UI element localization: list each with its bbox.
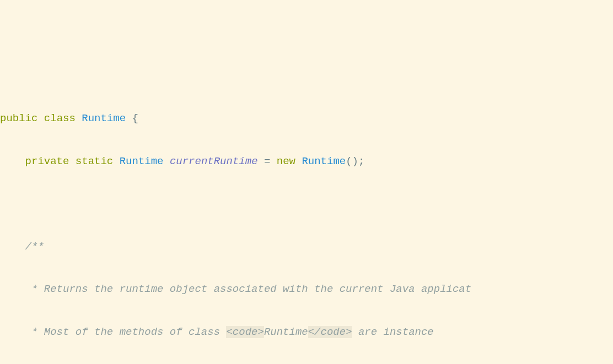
javadoc-open: /** bbox=[25, 241, 44, 253]
code-line: * Returns the runtime object associated … bbox=[0, 279, 613, 300]
javadoc-code-tag: <code> bbox=[226, 326, 264, 338]
keyword-static: static bbox=[76, 155, 113, 167]
code-editor[interactable]: public class Runtime { private static Ru… bbox=[0, 86, 613, 364]
parens: () bbox=[346, 155, 358, 167]
code-line bbox=[0, 193, 613, 215]
javadoc-code-tag: </code> bbox=[308, 326, 352, 338]
javadoc-line: * Most of the methods of class bbox=[25, 326, 227, 338]
javadoc-line: are instance bbox=[352, 326, 434, 338]
constructor-call: Runtime bbox=[302, 155, 346, 167]
brace: { bbox=[132, 112, 138, 124]
keyword-private: private bbox=[25, 155, 69, 167]
code-line: public class Runtime { bbox=[0, 108, 613, 129]
field-name: currentRuntime bbox=[170, 155, 258, 167]
type-name: Runtime bbox=[120, 155, 164, 167]
code-line: private static Runtime currentRuntime = … bbox=[0, 151, 613, 172]
semicolon: ; bbox=[358, 155, 364, 167]
javadoc-code-text: Runtime bbox=[264, 326, 308, 338]
keyword-public: public bbox=[0, 112, 37, 124]
type-name: Runtime bbox=[82, 112, 126, 124]
keyword-class: class bbox=[44, 112, 76, 124]
operator: = bbox=[264, 155, 270, 167]
code-line: * Most of the methods of class <code>Run… bbox=[0, 322, 613, 343]
keyword-new: new bbox=[277, 155, 295, 167]
javadoc-line: * Returns the runtime object associated … bbox=[25, 283, 472, 295]
code-line: /** bbox=[0, 236, 613, 258]
